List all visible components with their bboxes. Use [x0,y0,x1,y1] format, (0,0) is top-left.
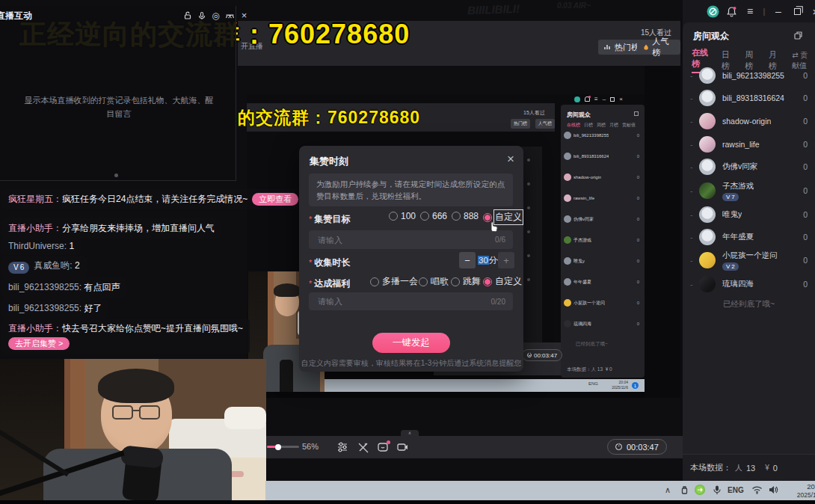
reward-counter: 0/20 [491,298,505,306]
voice-icon[interactable] [196,10,207,21]
chat-action-start-like-collect[interactable]: 去开启集赞 > [8,337,70,350]
collapse-handle[interactable]: ∧ [401,430,419,436]
camera-icon[interactable] [396,441,409,456]
microphone-tray-icon[interactable] [713,485,722,495]
sidebar-title: 房间观众 [693,30,729,43]
close-window-icon[interactable]: × [809,4,815,18]
audio-settings-icon[interactable] [336,441,348,456]
notifications-bell-icon[interactable] [725,4,738,18]
mirror-viewer-row: 琉璃四海0 [564,320,642,328]
unlock-icon[interactable] [182,10,193,21]
mirror-minimize-icon: – [603,96,606,102]
target-icon[interactable]: ◎ [210,10,221,21]
viewer-row[interactable]: - 子杰游戏 V7 0 [683,178,815,203]
do-not-disturb-icon[interactable] [706,4,719,18]
person-icon: 人 [735,463,742,473]
duration-plus-button[interactable]: + [498,252,514,268]
usb-tray-icon[interactable] [680,485,689,496]
mirror-popout-icon [634,111,639,116]
popularity-rank-button[interactable]: 人气榜 [637,40,680,55]
mirror-menu-icon: ≡ [594,96,598,102]
reward-option-sing[interactable]: 唱歌 [419,275,449,288]
mirror-titlebar-icons: ≡ – × [574,96,623,102]
avatar [699,276,716,292]
viewer-row[interactable]: - 年年盛夏0 [683,226,815,248]
mirror-viewer-sidebar: 房间观众 在线榜日榜周榜月榜贡献值 bili_962133982550 bili… [561,105,645,378]
volume-slider[interactable] [267,446,299,448]
reward-input[interactable] [316,296,487,307]
viewer-row[interactable]: - rawsin_life0 [683,133,815,156]
chat-message: 直播小助手：快去号召大家给你点赞吧~提升直播间氛围哦~ 去开启集赞 > [1,319,250,354]
mirror-taskbar: ENG 20:042025/11/6 1 [325,379,645,392]
mirror-viewer-row: bili_893183166240 [564,153,642,160]
reward-option-stream-more[interactable]: 多播一会 [370,275,418,288]
panel-title: 直播互动 [0,10,32,22]
mirror-close-icon: × [619,96,623,102]
duration-minus-button[interactable]: − [459,252,476,268]
close-icon[interactable]: × [239,10,250,21]
mirror-sidebar-title: 房间观众 [567,111,591,119]
volume-slider-knob[interactable] [275,444,281,450]
avatar [699,206,716,223]
popout-icon[interactable] [793,30,803,43]
avatar [699,159,716,175]
glasses [112,405,133,420]
mirror-session-stats: 本场数据：人 13 ¥ 0 [567,366,612,373]
bottom-black-strip [0,500,815,504]
mirror-marquee-banner: 的交流群：760278680 [238,106,420,129]
gold-count: 0 [773,464,778,473]
avatar [699,182,716,199]
power-icon [615,443,622,450]
viewer-row[interactable]: - bili_893183166240 [683,87,815,109]
mirror-viewer-row: shadow-origin0 [564,173,642,181]
mirror-notification-badge: 1 [632,382,639,389]
stream-duration-button[interactable]: 00:03:47 [607,439,667,455]
viewer-row[interactable]: - shadow-origin0 [683,110,815,132]
chat-action-view-now[interactable]: 立即查看 [252,193,298,206]
input-language[interactable]: ENG [728,486,744,494]
goal-input-box: 0/6 [309,230,513,249]
mirror-viewer-row: 唯鬼y0 [564,257,642,265]
submit-button[interactable]: 一键发起 [372,333,450,353]
mirror-dnd-icon [574,96,580,102]
goal-input[interactable] [316,235,490,245]
goal-option-666[interactable]: 666 [420,211,447,221]
dialog-title: 集赞时刻 [310,155,348,168]
mirror-watched-count: 15人看过 [523,109,545,117]
os-taskbar: ∧ ENG 20:042025/11/6 1 [265,481,815,500]
avatar [699,229,716,245]
tray-expand-icon[interactable]: ∧ [665,485,671,495]
mirror-viewer-row: 子杰游戏0 [564,236,642,244]
chat-message: ThirdUniverse: 1 [1,237,81,255]
avatar [699,113,716,129]
menu-icon[interactable]: ≡ [743,4,757,18]
dock-icon[interactable] [224,10,236,21]
reward-option-custom[interactable]: 自定义 [483,275,522,288]
webcam-video [0,359,266,501]
wifi-icon[interactable] [751,485,763,494]
antivirus-tray-icon[interactable] [695,485,705,495]
viewer-row[interactable]: - 小屁孩一个逆问 V2 0 [683,248,815,273]
reward-option-dance[interactable]: 跳舞 [451,275,481,288]
guard-level-badge: V2 [722,262,739,271]
avatar [699,90,716,106]
viewer-row[interactable]: - 伪佛v同家0 [683,156,815,178]
restore-icon[interactable] [790,4,804,18]
viewer-row[interactable]: - 唯鬼y0 [683,203,815,226]
goal-option-100[interactable]: 100 [389,211,416,221]
clock[interactable]: 20:042025/11/6 [784,482,815,500]
goal-option-888[interactable]: 888 [452,211,479,221]
mirror-hot-rank-button: 热门榜 [511,119,530,129]
speaker-icon[interactable] [768,485,778,494]
avatar [699,252,716,268]
viewer-row[interactable]: - 琉璃四海0 [683,273,815,295]
mirror-list-end-text: 已经到底了哦~ [576,341,608,348]
reward-input-box: 0/20 [309,292,513,310]
beauty-filter-off-icon[interactable] [357,441,369,456]
viewer-row[interactable]: - bili_962133982550 [683,64,815,87]
radio-selected-icon [483,277,492,286]
minimize-icon[interactable]: – [772,4,785,18]
hand-cursor [488,220,499,236]
dialog-close-icon[interactable]: × [507,152,514,167]
sticker-panel-icon[interactable] [377,441,390,456]
